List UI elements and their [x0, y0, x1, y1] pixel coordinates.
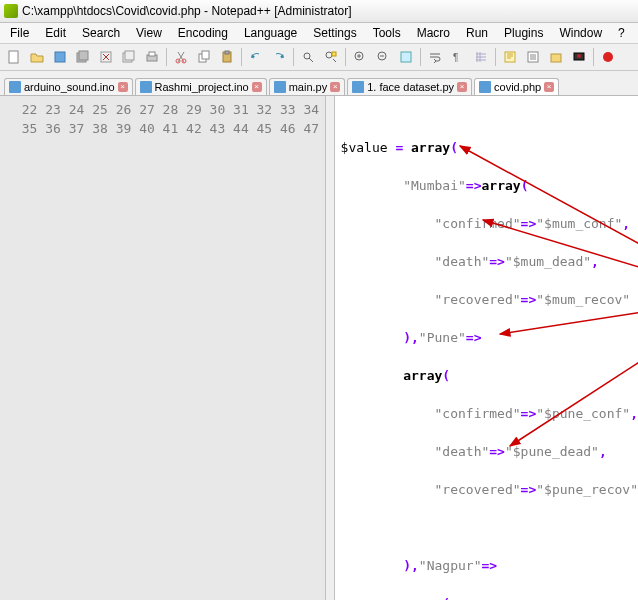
- toolbar: ¶: [0, 44, 638, 71]
- tab-face-dataset[interactable]: 1. face dataset.py×: [347, 78, 472, 95]
- menu-help[interactable]: ?: [610, 24, 633, 42]
- file-icon: [479, 81, 491, 93]
- func-list-icon[interactable]: [522, 46, 544, 68]
- menu-macro[interactable]: Macro: [409, 24, 458, 42]
- svg-rect-8: [149, 52, 155, 56]
- zoom-in-icon[interactable]: [349, 46, 371, 68]
- tab-label: arduino_sound.ino: [24, 81, 115, 93]
- redo-icon[interactable]: [268, 46, 290, 68]
- print-icon[interactable]: [141, 46, 163, 68]
- menu-file[interactable]: File: [2, 24, 37, 42]
- file-icon: [352, 81, 364, 93]
- folder-panel-icon[interactable]: [545, 46, 567, 68]
- menu-window[interactable]: Window: [551, 24, 610, 42]
- svg-point-9: [176, 59, 180, 63]
- tab-close-icon[interactable]: ×: [544, 82, 554, 92]
- svg-rect-12: [202, 51, 209, 59]
- menu-tools[interactable]: Tools: [365, 24, 409, 42]
- toolbar-separator: [345, 48, 346, 66]
- window-title: C:\xampp\htdocs\Covid\covid.php - Notepa…: [22, 4, 352, 18]
- show-all-chars-icon[interactable]: ¶: [447, 46, 469, 68]
- menu-language[interactable]: Language: [236, 24, 305, 42]
- menu-settings[interactable]: Settings: [305, 24, 364, 42]
- tab-close-icon[interactable]: ×: [118, 82, 128, 92]
- svg-point-10: [182, 59, 186, 63]
- title-bar: C:\xampp\htdocs\Covid\covid.php - Notepa…: [0, 0, 638, 23]
- svg-rect-0: [9, 51, 18, 63]
- open-file-icon[interactable]: [26, 46, 48, 68]
- save-all-icon[interactable]: [72, 46, 94, 68]
- tab-main-py[interactable]: main.py×: [269, 78, 346, 95]
- close-icon[interactable]: [95, 46, 117, 68]
- tab-close-icon[interactable]: ×: [457, 82, 467, 92]
- tab-label: 1. face dataset.py: [367, 81, 454, 93]
- file-icon: [140, 81, 152, 93]
- cut-icon[interactable]: [170, 46, 192, 68]
- tab-close-icon[interactable]: ×: [330, 82, 340, 92]
- replace-icon[interactable]: [320, 46, 342, 68]
- svg-rect-3: [79, 51, 88, 60]
- line-number-gutter: 22 23 24 25 26 27 28 29 30 31 32 33 34 3…: [0, 96, 326, 600]
- tab-label: covid.php: [494, 81, 541, 93]
- file-icon: [274, 81, 286, 93]
- toolbar-separator: [293, 48, 294, 66]
- copy-icon[interactable]: [193, 46, 215, 68]
- fold-margin[interactable]: [326, 96, 334, 600]
- indent-guide-icon[interactable]: [470, 46, 492, 68]
- paste-icon[interactable]: [216, 46, 238, 68]
- editor-area: 22 23 24 25 26 27 28 29 30 31 32 33 34 3…: [0, 96, 638, 600]
- zoom-out-icon[interactable]: [372, 46, 394, 68]
- app-icon: [4, 4, 18, 18]
- tab-arduino-sound[interactable]: arduino_sound.ino×: [4, 78, 133, 95]
- svg-rect-20: [401, 52, 411, 62]
- menu-plugins[interactable]: Plugins: [496, 24, 551, 42]
- toolbar-separator: [593, 48, 594, 66]
- svg-text:¶: ¶: [453, 52, 458, 63]
- menu-bar: File Edit Search View Encoding Language …: [0, 23, 638, 44]
- doc-map-icon[interactable]: [499, 46, 521, 68]
- tab-rashmi-project[interactable]: Rashmi_project.ino×: [135, 78, 267, 95]
- menu-edit[interactable]: Edit: [37, 24, 74, 42]
- menu-view[interactable]: View: [128, 24, 170, 42]
- svg-rect-14: [225, 51, 229, 54]
- save-icon[interactable]: [49, 46, 71, 68]
- svg-rect-24: [551, 54, 561, 62]
- menu-run[interactable]: Run: [458, 24, 496, 42]
- find-icon[interactable]: [297, 46, 319, 68]
- svg-rect-6: [125, 51, 134, 60]
- file-icon: [9, 81, 21, 93]
- menu-search[interactable]: Search: [74, 24, 128, 42]
- record-macro-icon[interactable]: [597, 46, 619, 68]
- svg-rect-17: [332, 52, 336, 56]
- word-wrap-icon[interactable]: [424, 46, 446, 68]
- toolbar-separator: [420, 48, 421, 66]
- tab-close-icon[interactable]: ×: [252, 82, 262, 92]
- new-file-icon[interactable]: [3, 46, 25, 68]
- tab-label: Rashmi_project.ino: [155, 81, 249, 93]
- code-area[interactable]: $value = array( "Mumbai"=>array( "confir…: [335, 96, 638, 600]
- tab-label: main.py: [289, 81, 328, 93]
- sync-scroll-icon[interactable]: [395, 46, 417, 68]
- svg-point-16: [326, 52, 332, 58]
- toolbar-separator: [166, 48, 167, 66]
- svg-rect-1: [55, 52, 65, 62]
- svg-point-27: [603, 52, 613, 62]
- tab-covid-php[interactable]: covid.php×: [474, 78, 559, 95]
- toolbar-separator: [241, 48, 242, 66]
- undo-icon[interactable]: [245, 46, 267, 68]
- toolbar-separator: [495, 48, 496, 66]
- menu-encoding[interactable]: Encoding: [170, 24, 236, 42]
- tab-bar: arduino_sound.ino× Rashmi_project.ino× m…: [0, 71, 638, 96]
- svg-point-26: [577, 54, 581, 58]
- close-all-icon[interactable]: [118, 46, 140, 68]
- monitor-icon[interactable]: [568, 46, 590, 68]
